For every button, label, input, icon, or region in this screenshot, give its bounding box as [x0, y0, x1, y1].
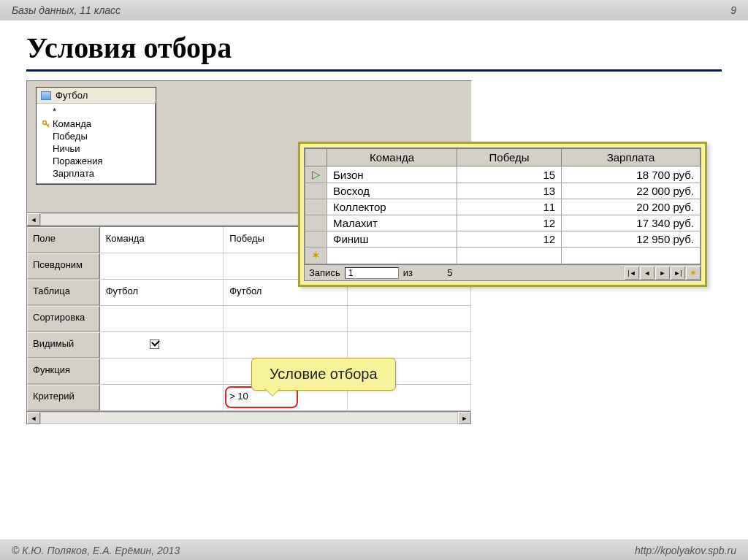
table-name: Футбол	[56, 90, 88, 101]
grid-cell[interactable]	[348, 332, 471, 358]
results-table[interactable]: Команда Победы Зарплата ▷Бизон1518 700 р…	[305, 148, 701, 264]
record-label: Запись	[305, 267, 345, 278]
grid-cell[interactable]: Футбол	[100, 280, 224, 305]
row-selector[interactable]: ▷	[305, 166, 327, 183]
cell-team[interactable]	[327, 248, 457, 264]
cell-wins[interactable]: 12	[457, 231, 562, 248]
lower-hscrollbar[interactable]: ◄ ►	[27, 411, 471, 424]
cell-wins[interactable]: 13	[457, 183, 562, 199]
grid-row-header[interactable]: Поле	[27, 227, 100, 253]
table-row[interactable]: Восход1322 000 руб.	[305, 183, 701, 199]
col-header[interactable]: Зарплата	[562, 149, 701, 166]
grid-row-header[interactable]: Псевдоним	[27, 253, 100, 279]
scroll-track[interactable]	[40, 412, 458, 424]
criteria-callout: Условие отбора	[251, 358, 396, 391]
field-name: Поражения	[53, 156, 102, 166]
cell-salary[interactable]: 17 340 руб.	[562, 215, 701, 231]
grid-cell[interactable]	[100, 385, 224, 410]
cell-salary[interactable]: 20 200 руб.	[562, 199, 701, 215]
table-row[interactable]: Малахит1217 340 руб.	[305, 215, 701, 231]
grid-cell[interactable]	[100, 332, 224, 358]
grid-row-header[interactable]: Таблица	[27, 280, 100, 305]
scroll-right-button[interactable]: ►	[458, 412, 471, 424]
query-results-window: Команда Победы Зарплата ▷Бизон1518 700 р…	[298, 142, 707, 287]
svg-line-2	[47, 124, 49, 126]
grid-cell[interactable]	[100, 306, 224, 331]
field-item[interactable]: *	[37, 105, 156, 118]
grid-cell[interactable]	[348, 306, 471, 331]
row-selector[interactable]	[305, 215, 327, 231]
cell-team[interactable]: Бизон	[327, 166, 457, 183]
nav-next-button[interactable]: ►	[655, 266, 670, 280]
footer-url: http://kpolyakov.spb.ru	[635, 545, 736, 556]
course-label: Базы данных, 11 класс	[12, 4, 121, 16]
grid-row-header[interactable]: Критерий	[27, 385, 100, 410]
nav-new-record-button[interactable]: ✶	[686, 266, 701, 280]
row-selector-new[interactable]: ✶	[305, 248, 327, 264]
scroll-left-button[interactable]: ◄	[27, 213, 40, 226]
callout-text: Условие отбора	[270, 366, 378, 382]
visible-checkbox[interactable]	[150, 340, 159, 349]
cell-wins[interactable]	[457, 248, 562, 264]
page-title: Условия отбора	[26, 31, 748, 65]
nav-first-button[interactable]: |◄	[625, 266, 639, 280]
row-selector-header[interactable]	[305, 149, 327, 166]
grid-row-header[interactable]: Функция	[27, 358, 100, 384]
table-row[interactable]: Финиш1212 950 руб.	[305, 231, 701, 248]
field-name: Команда	[53, 118, 91, 129]
grid-cell[interactable]: Команда	[100, 227, 224, 253]
col-header[interactable]: Команда	[327, 149, 457, 166]
cell-salary[interactable]: 18 700 руб.	[562, 166, 701, 183]
table-field-list[interactable]: *КомандаПобедыНичьиПораженияЗарплата	[37, 104, 156, 184]
cell-salary[interactable]: 12 950 руб.	[562, 231, 701, 248]
record-navigator: Запись 1 из 5 |◄ ◄ ► ►| ✶	[305, 264, 701, 280]
grid-row-header[interactable]: Сортировка	[27, 306, 100, 331]
table-row[interactable]: Коллектор1120 200 руб.	[305, 199, 701, 215]
primary-key-icon	[42, 120, 50, 128]
scroll-left-button[interactable]: ◄	[27, 412, 40, 424]
cell-team[interactable]: Финиш	[327, 231, 457, 248]
nav-last-button[interactable]: ►|	[671, 266, 685, 280]
table-box-header[interactable]: Футбол	[37, 88, 156, 104]
grid-cell[interactable]	[100, 358, 224, 384]
slide-header: Базы данных, 11 класс 9	[0, 0, 748, 20]
row-selector[interactable]	[305, 183, 327, 199]
grid-row-header[interactable]: Видимый	[27, 332, 100, 358]
row-selector[interactable]	[305, 231, 327, 248]
cell-team[interactable]: Малахит	[327, 215, 457, 231]
table-row[interactable]: ▷Бизон1518 700 руб.	[305, 166, 701, 183]
row-selector[interactable]	[305, 199, 327, 215]
cell-team[interactable]: Коллектор	[327, 199, 457, 215]
title-underline	[26, 69, 722, 72]
field-item[interactable]: Ничьи	[37, 142, 156, 155]
record-total: 5	[417, 267, 483, 278]
new-record-row[interactable]: ✶	[305, 248, 701, 264]
grid-row: Критерий> 10	[27, 385, 471, 411]
grid-cell[interactable]	[100, 253, 224, 279]
table-icon	[41, 91, 51, 100]
cell-wins[interactable]: 12	[457, 215, 562, 231]
copyright: © К.Ю. Поляков, Е.А. Ерёмин, 2013	[12, 545, 180, 556]
slide-footer: © К.Ю. Поляков, Е.А. Ерёмин, 2013 http:/…	[0, 540, 748, 560]
cell-wins[interactable]: 15	[457, 166, 562, 183]
nav-prev-button[interactable]: ◄	[640, 266, 654, 280]
cell-team[interactable]: Восход	[327, 183, 457, 199]
record-number-input[interactable]: 1	[345, 267, 399, 279]
field-name: Зарплата	[53, 168, 94, 179]
grid-cell[interactable]	[224, 332, 347, 358]
field-item[interactable]: Победы	[37, 130, 156, 142]
table-fields-box[interactable]: Футбол *КомандаПобедыНичьиПораженияЗарпл…	[36, 87, 156, 185]
field-item[interactable]: Команда	[37, 118, 156, 130]
cell-salary[interactable]: 22 000 руб.	[562, 183, 701, 199]
field-name: *	[53, 106, 56, 117]
grid-row: Видимый	[27, 332, 471, 358]
cell-wins[interactable]: 11	[457, 199, 562, 215]
grid-cell[interactable]	[224, 306, 347, 331]
cell-salary[interactable]	[562, 248, 701, 264]
slide-number: 9	[730, 4, 736, 16]
col-header[interactable]: Победы	[457, 149, 562, 166]
field-item[interactable]: Поражения	[37, 155, 156, 167]
field-item[interactable]: Зарплата	[37, 167, 156, 180]
grid-row: Сортировка	[27, 306, 471, 332]
field-name: Ничьи	[53, 143, 80, 154]
